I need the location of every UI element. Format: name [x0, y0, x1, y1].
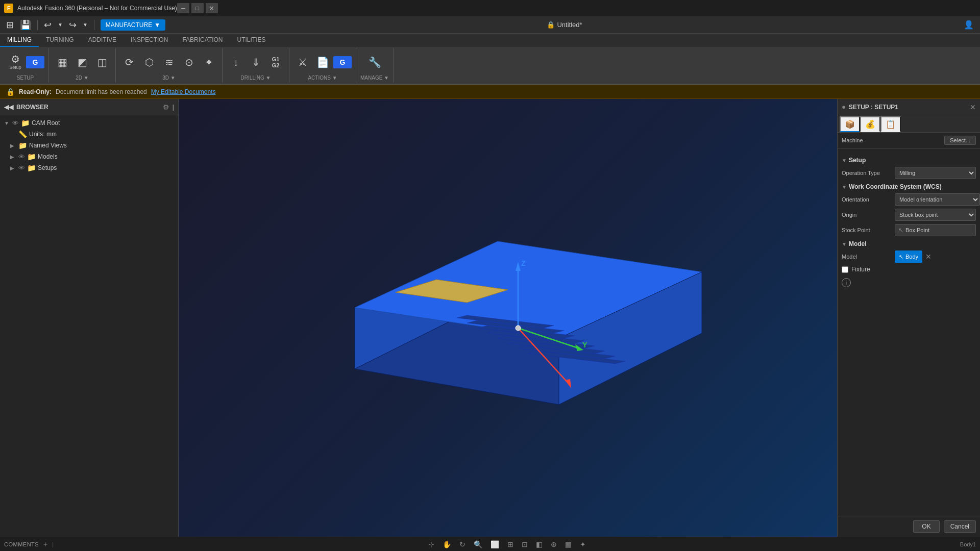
operation-type-row: Operation Type Milling Turning Additive: [842, 167, 976, 179]
status-right: Body1: [960, 541, 976, 547]
cam-root-expand[interactable]: ▼: [4, 120, 10, 126]
3d-btn-4[interactable]: ⊙: [180, 56, 198, 68]
tab-milling[interactable]: MILLING: [0, 34, 39, 47]
main-content: ◀◀ BROWSER ⚙ | ▼ 👁 📁 CAM Root ▶ 📏 Units:…: [0, 99, 980, 537]
actions-g-btn[interactable]: G: [333, 56, 352, 68]
orientation-select[interactable]: Model orientation Select Z axis/plane & …: [895, 193, 980, 206]
model-clear-button[interactable]: ✕: [924, 252, 933, 262]
editable-docs-link[interactable]: My Editable Documents: [151, 88, 216, 95]
display-btn[interactable]: ⬜: [488, 539, 501, 549]
tree-item-models[interactable]: ▶ 👁 📁 Models: [0, 151, 178, 162]
close-button[interactable]: ✕: [206, 3, 218, 13]
ribbon-group-manage-items: 🔧: [365, 49, 384, 75]
tab-additive[interactable]: ADDITIVE: [81, 34, 124, 47]
operation-type-select[interactable]: Milling Turning Additive: [895, 167, 976, 179]
visibility-btn[interactable]: ◧: [534, 539, 545, 549]
tree-item-cam-root[interactable]: ▼ 👁 📁 CAM Root: [0, 117, 178, 129]
wcs-section-header[interactable]: ▼ Work Coordinate System (WCS): [842, 183, 976, 190]
machine-select-button[interactable]: Select...: [944, 136, 976, 145]
orientation-row: Orientation Model orientation Select Z a…: [842, 193, 976, 206]
setup-button[interactable]: ⚙ Setup: [6, 53, 24, 71]
2d-btn-2[interactable]: ◩: [73, 56, 91, 68]
simulate-icon: ⚔: [298, 57, 307, 67]
svg-point-21: [516, 325, 521, 331]
model-section-header[interactable]: ▼ Model: [842, 240, 976, 247]
2d-btn-1[interactable]: ▦: [53, 56, 71, 68]
pan-btn[interactable]: ✋: [440, 539, 453, 549]
tree-item-units[interactable]: ▶ 📏 Units: mm: [0, 129, 178, 140]
right-panel: ● SETUP : SETUP1 ✕ 📦 💰 📋 Machine Select.…: [837, 99, 980, 537]
panel-close-button[interactable]: ✕: [970, 103, 976, 111]
panel-tab-stock[interactable]: 📦: [840, 116, 860, 132]
redo-button[interactable]: ↪: [67, 18, 79, 32]
undo-button[interactable]: ↩: [42, 18, 54, 32]
stock-point-display[interactable]: ↖ Box Point: [895, 224, 976, 236]
ribbon-group-items: ⚙ Setup G: [6, 49, 44, 75]
3d-btn-2[interactable]: ⬡: [140, 56, 158, 68]
tab-inspection[interactable]: INSPECTION: [124, 34, 175, 47]
manage-btn-1[interactable]: 🔧: [365, 56, 384, 68]
user-button[interactable]: 👤: [962, 19, 976, 31]
tab-utilities[interactable]: UTILITIES: [230, 34, 273, 47]
undo-dropdown[interactable]: ▼: [56, 21, 65, 29]
ribbon-group-drilling-items: ↓ ⇓ G1G2: [227, 49, 285, 75]
svg-text:Z: Z: [521, 259, 526, 267]
panel-tab-2[interactable]: 💰: [860, 116, 880, 132]
drill-btn-1[interactable]: ↓: [227, 56, 245, 68]
cancel-button[interactable]: Cancel: [944, 520, 976, 533]
cam-root-vis-icon[interactable]: 👁: [12, 119, 19, 127]
3d-btn-3[interactable]: ≋: [160, 56, 178, 68]
select-btn[interactable]: ⊹: [426, 539, 436, 549]
orbit-btn[interactable]: ↻: [457, 539, 468, 549]
fixture-checkbox[interactable]: [842, 266, 848, 273]
g1g2-btn[interactable]: G1G2: [266, 55, 285, 69]
apps-button[interactable]: ⊞: [4, 18, 16, 32]
panel-icon-tabs: 📦 💰 📋: [838, 115, 980, 133]
models-expand[interactable]: ▶: [10, 154, 16, 160]
minimize-button[interactable]: ─: [177, 3, 189, 13]
g-code-button[interactable]: G: [26, 56, 44, 68]
manufacture-dropdown[interactable]: MANUFACTURE ▼: [101, 19, 165, 31]
model-body-button[interactable]: ↖ Body: [895, 251, 922, 263]
panel-tab-3[interactable]: 📋: [880, 116, 901, 132]
info-icon[interactable]: i: [842, 278, 851, 287]
browser-collapse-icon[interactable]: ◀◀: [4, 104, 13, 111]
origin-select[interactable]: Stock box point Model origin Selected po…: [895, 209, 976, 221]
stock-point-label: Stock Point: [842, 227, 893, 233]
setup-section-header[interactable]: ▼ Setup: [842, 157, 976, 164]
tree-item-named-views[interactable]: ▶ 📁 Named Views: [0, 140, 178, 151]
stock-point-row: Stock Point ↖ Box Point: [842, 224, 976, 236]
setups-vis-icon[interactable]: 👁: [18, 164, 25, 172]
maximize-button[interactable]: □: [191, 3, 204, 13]
2d-btn-3[interactable]: ◫: [93, 56, 111, 68]
comments-label: COMMENTS: [4, 541, 39, 547]
more-btn[interactable]: ▦: [563, 539, 574, 549]
ribbon-group-label-3d: 3D ▼: [162, 75, 175, 82]
save-button[interactable]: 💾: [18, 18, 33, 32]
redo-dropdown[interactable]: ▼: [81, 21, 90, 29]
comments-add-button[interactable]: ＋: [42, 540, 49, 549]
models-vis-icon[interactable]: 👁: [18, 153, 25, 161]
ok-button[interactable]: OK: [913, 520, 939, 533]
drill-btn-2[interactable]: ⇓: [247, 56, 265, 68]
3d-btn-1[interactable]: ⟳: [120, 56, 138, 68]
effects-btn[interactable]: ✦: [578, 539, 588, 549]
simulate-btn[interactable]: ⚔: [293, 56, 312, 68]
browser-settings-btn[interactable]: ⚙: [163, 103, 169, 111]
tree-item-setups[interactable]: ▶ 👁 📁 Setups: [0, 162, 178, 173]
viewport[interactable]: Z Y: [179, 99, 837, 537]
grid-btn[interactable]: ⊞: [505, 539, 516, 549]
post-btn[interactable]: 📄: [313, 56, 332, 68]
view-btn[interactable]: ⊛: [549, 539, 559, 549]
3d-btn-5[interactable]: ✦: [200, 56, 218, 68]
zoom-btn[interactable]: 🔍: [472, 539, 484, 549]
tab-fabrication[interactable]: FABRICATION: [175, 34, 230, 47]
named-views-expand[interactable]: ▶: [10, 143, 16, 148]
body-label: Body1: [960, 541, 976, 547]
browser-separator: |: [173, 104, 174, 111]
setups-expand[interactable]: ▶: [10, 165, 16, 171]
snap-btn[interactable]: ⊡: [520, 539, 530, 549]
tab-turning[interactable]: TURNING: [39, 34, 81, 47]
setups-folder-icon: 📁: [27, 164, 36, 172]
window-controls: ─ □ ✕: [177, 3, 218, 13]
